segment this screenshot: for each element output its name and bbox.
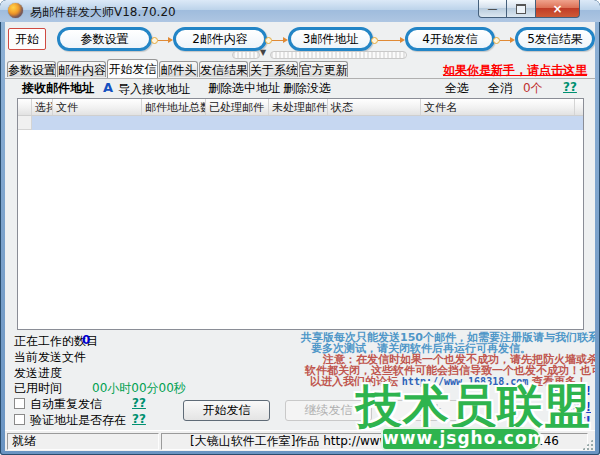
table-header-row: 选择 文件 邮件地址总数 已处理邮件 未处理邮件 状态 文件名 — [18, 99, 583, 116]
verify-address-checkbox[interactable] — [14, 414, 25, 425]
close-icon: × — [552, 2, 562, 16]
title-bar[interactable]: 易邮件群发大师V18.70.20 — × — [0, 0, 600, 22]
flow-node-params[interactable]: 参数设置 — [57, 27, 152, 51]
watermark-title: 技术员联盟 — [356, 381, 591, 431]
app-icon — [8, 3, 23, 18]
address-count-badge: 0个 — [523, 80, 543, 97]
watermark-url: www.jsgho.com — [381, 427, 542, 451]
tab-bar: 参数设置 邮件内容 开始发信 邮件头 发信结果 关于系统 官方更新 如果你是新手… — [5, 59, 595, 79]
tab-mail-content[interactable]: 邮件内容 — [57, 61, 106, 77]
select-all-button[interactable]: 全选 — [445, 80, 469, 97]
address-toolbar: 接收邮件地址 A导入接收地址 删除选中地址 删除没选 全选 全消 0个 ?? — [5, 79, 595, 98]
window-title: 易邮件群发大师V18.70.20 — [30, 4, 176, 21]
import-icon: A — [103, 80, 113, 95]
marquee-track: ▼ — [232, 50, 407, 59]
minimize-button[interactable]: — — [478, 0, 507, 18]
column-header-unprocessed[interactable]: 未处理邮件 — [269, 99, 328, 115]
deselect-all-button[interactable]: 全消 — [488, 80, 512, 97]
flow-arrow-icon — [371, 36, 405, 44]
column-header-address-total[interactable]: 邮件地址总数 — [142, 99, 206, 115]
column-header-gutter[interactable] — [18, 99, 32, 115]
flow-node-send[interactable]: 4开始发信 — [405, 27, 495, 51]
tab-send-result[interactable]: 发信结果 — [199, 61, 248, 77]
verify-address-help-link[interactable]: ?? — [132, 412, 146, 426]
start-step-button[interactable]: 开始 — [8, 28, 46, 50]
toolbar-help-link[interactable]: ?? — [563, 80, 577, 94]
flow-arrow-icon — [265, 36, 288, 44]
row-gutter-cell — [18, 116, 32, 130]
flow-node-result[interactable]: 5发信结果 — [515, 27, 595, 51]
minimize-icon: — — [488, 3, 498, 14]
row-selected-highlight — [32, 116, 583, 130]
chevron-down-icon: ▼ — [260, 48, 266, 57]
newbie-help-link[interactable]: 如果你是新手，请点击这里 — [443, 62, 587, 79]
delete-unselected-button[interactable]: 删除没选 — [283, 80, 331, 97]
address-table: 选择 文件 邮件地址总数 已处理邮件 未处理邮件 状态 文件名 — [17, 98, 584, 330]
flow-arrow-icon — [151, 36, 173, 44]
import-label: 导入接收地址 — [118, 81, 190, 98]
tab-mail-header[interactable]: 邮件头 — [159, 61, 198, 77]
tab-official-update[interactable]: 官方更新 — [299, 61, 348, 77]
column-header-select[interactable]: 选择 — [32, 99, 53, 115]
verify-address-label: 验证地址是否存在 — [30, 412, 126, 429]
app-window: 易邮件群发大师V18.70.20 — × 开始 参数设置 2邮件内容 3邮件地址… — [0, 0, 600, 455]
flow-arrow-icon — [493, 36, 515, 44]
maximize-button[interactable] — [507, 0, 535, 18]
working-count-value: 0 — [82, 333, 90, 347]
column-header-status[interactable]: 状态 — [328, 99, 421, 115]
status-ready-text: 就绪 — [7, 433, 159, 450]
auto-repeat-help-link[interactable]: ?? — [132, 396, 146, 410]
column-header-processed[interactable]: 已处理邮件 — [206, 99, 269, 115]
auto-repeat-checkbox[interactable] — [14, 398, 25, 409]
column-header-file[interactable]: 文件 — [53, 99, 142, 115]
close-button[interactable]: × — [535, 0, 580, 18]
column-header-spacer — [575, 99, 583, 115]
start-sending-button[interactable]: 开始发信 — [183, 400, 270, 421]
current-file-label: 当前发送文件 — [14, 349, 86, 366]
tab-about[interactable]: 关于系统 — [249, 61, 298, 77]
elapsed-time-value: 00小时00分00秒 — [92, 380, 186, 397]
column-header-filename[interactable]: 文件名 — [421, 99, 575, 115]
auto-repeat-label: 自动重复发信 — [30, 396, 102, 413]
caption-buttons: — × — [478, 0, 580, 18]
maximize-icon — [516, 4, 526, 14]
delete-selected-button[interactable]: 删除选中地址 — [208, 80, 280, 97]
toolbar-title: 接收邮件地址 — [22, 80, 94, 97]
tab-params[interactable]: 参数设置 — [7, 61, 56, 77]
import-addresses-button[interactable]: A导入接收地址 — [103, 80, 118, 95]
flow-node-content[interactable]: 2邮件内容 — [173, 27, 267, 51]
elapsed-time-label: 已用时间 — [14, 380, 62, 397]
flow-node-address[interactable]: 3邮件地址 — [288, 27, 373, 51]
table-row[interactable] — [18, 116, 583, 130]
tab-start-sending[interactable]: 开始发信 — [107, 59, 158, 78]
